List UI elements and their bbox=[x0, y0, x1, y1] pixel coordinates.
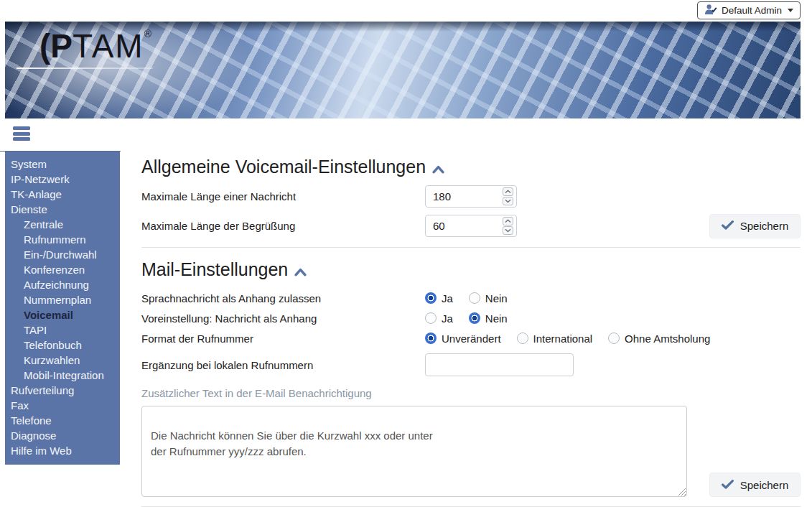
max-greeting-length-label: Maximale Länge der Begrüßung bbox=[141, 220, 425, 232]
radio-icon bbox=[425, 332, 437, 344]
logo-underline bbox=[17, 68, 153, 69]
radio-international[interactable]: International bbox=[517, 332, 593, 345]
sidebar-nav: System IP-Netzwerk TK-Anlage Dienste Zen… bbox=[5, 152, 120, 465]
max-message-length-stepper bbox=[425, 185, 517, 208]
spin-up-icon[interactable] bbox=[503, 187, 513, 196]
hamburger-icon[interactable] bbox=[13, 126, 30, 143]
save-general-button[interactable]: Speichern bbox=[709, 214, 801, 238]
spin-down-icon[interactable] bbox=[503, 226, 513, 235]
menu-toggle-row bbox=[0, 118, 812, 152]
chevron-up-icon[interactable] bbox=[432, 157, 444, 178]
mail-section-title: Mail-Einstellungen bbox=[141, 258, 801, 281]
sidebar-item-hilfe-im-web[interactable]: Hilfe im Web bbox=[5, 443, 120, 458]
sidebar-item-dienste[interactable]: Dienste bbox=[5, 202, 120, 217]
local-number-row: Ergänzung bei lokalen Rufnummern bbox=[141, 353, 801, 376]
content-area: Allgemeine Voicemail-Einstellungen Maxim… bbox=[141, 152, 801, 507]
number-format-row: Format der Rufnummer Unverändert Interna… bbox=[141, 328, 801, 348]
radio-nein[interactable]: Nein bbox=[469, 292, 508, 304]
max-message-length-row: Maximale Länge einer Nachricht bbox=[141, 185, 801, 208]
radio-icon bbox=[425, 312, 437, 324]
sidebar-item-tapi[interactable]: TAPI bbox=[5, 322, 120, 338]
radio-ja[interactable]: Ja bbox=[425, 312, 453, 325]
sidebar-item-telefone[interactable]: Telefone bbox=[5, 413, 120, 428]
sidebar-item-ip-netzwerk[interactable]: IP-Netzwerk bbox=[5, 172, 120, 187]
max-greeting-length-row: Maximale Länge der Begrüßung Speichern bbox=[141, 215, 801, 237]
check-icon bbox=[722, 479, 734, 491]
radio-icon bbox=[608, 332, 620, 344]
extra-text-label: Zusätzlicher Text in der E-Mail Benachri… bbox=[141, 387, 801, 399]
attachment-allow-row: Sprachnachricht als Anhang zulassen Ja N… bbox=[141, 288, 801, 308]
chevron-up-icon[interactable] bbox=[294, 260, 307, 281]
sidebar-item-konferenzen[interactable]: Konferenzen bbox=[5, 262, 120, 277]
sidebar-item-diagnose[interactable]: Diagnose bbox=[5, 428, 120, 443]
extra-text-textarea[interactable]: Die Nachricht können Sie über die Kurzwa… bbox=[141, 406, 687, 497]
sidebar-item-fax[interactable]: Fax bbox=[5, 398, 120, 413]
sidebar-item-rufnummern[interactable]: Rufnummern bbox=[5, 232, 120, 247]
sidebar-item-rufverteilung[interactable]: Rufverteilung bbox=[5, 383, 120, 398]
radio-icon bbox=[469, 292, 480, 304]
max-message-length-label: Maximale Länge einer Nachricht bbox=[141, 190, 425, 203]
radio-ja[interactable]: Ja bbox=[425, 292, 453, 304]
user-check-icon bbox=[704, 4, 717, 17]
radio-ohne-amtsholung[interactable]: Ohne Amtsholung bbox=[608, 332, 710, 345]
sidebar-item-tk-anlage[interactable]: TK-Anlage bbox=[5, 187, 120, 202]
max-greeting-length-stepper bbox=[425, 215, 517, 237]
general-section-title: Allgemeine Voicemail-Einstellungen bbox=[141, 155, 801, 178]
sidebar-item-aufzeichnung[interactable]: Aufzeichnung bbox=[5, 277, 120, 292]
chevron-down-icon bbox=[788, 9, 793, 12]
user-menu-label: Default Admin bbox=[722, 5, 782, 16]
local-number-input[interactable] bbox=[425, 353, 574, 376]
sidebar-item-voicemail[interactable]: Voicemail bbox=[5, 307, 120, 322]
radio-unveraendert[interactable]: Unverändert bbox=[425, 332, 501, 345]
sidebar-item-telefonbuch[interactable]: Telefonbuch bbox=[5, 338, 120, 353]
sidebar-item-kurzwahlen[interactable]: Kurzwahlen bbox=[5, 353, 120, 368]
spin-down-icon[interactable] bbox=[503, 197, 513, 205]
sidebar-top-divider bbox=[0, 151, 121, 152]
check-icon bbox=[722, 220, 734, 232]
sidebar-item-ein-durchwahl[interactable]: Ein-/Durchwahl bbox=[5, 247, 120, 262]
radio-icon bbox=[517, 332, 528, 344]
extra-text-row: Die Nachricht können Sie über die Kurzwa… bbox=[141, 406, 801, 497]
logo-rest: TAM bbox=[73, 27, 144, 65]
iptam-logo: (PTAM® bbox=[39, 29, 151, 62]
save-mail-button[interactable]: Speichern bbox=[709, 473, 801, 497]
logo-prefix: (P bbox=[39, 27, 73, 65]
main-layout: System IP-Netzwerk TK-Anlage Dienste Zen… bbox=[0, 152, 812, 507]
registered-mark: ® bbox=[144, 28, 151, 39]
sidebar-item-zentrale[interactable]: Zentrale bbox=[5, 217, 120, 232]
local-number-label: Ergänzung bei lokalen Rufnummern bbox=[141, 359, 425, 371]
radio-icon bbox=[469, 312, 480, 324]
section-divider bbox=[141, 247, 801, 248]
header-banner: (PTAM® bbox=[5, 22, 801, 118]
attachment-default-row: Voreinstellung: Nachricht als Anhang Ja … bbox=[141, 308, 801, 328]
radio-icon bbox=[425, 292, 437, 304]
attachment-allow-label: Sprachnachricht als Anhang zulassen bbox=[141, 292, 425, 304]
sidebar-item-mobil-integration[interactable]: Mobil-Integration bbox=[5, 368, 120, 383]
topbar: Default Admin bbox=[0, 0, 812, 20]
sidebar-item-system[interactable]: System bbox=[5, 157, 120, 172]
user-menu-button[interactable]: Default Admin bbox=[697, 1, 801, 19]
number-format-label: Format der Rufnummer bbox=[141, 332, 425, 345]
spin-up-icon[interactable] bbox=[503, 217, 513, 225]
attachment-default-label: Voreinstellung: Nachricht als Anhang bbox=[141, 312, 425, 325]
sidebar-item-nummernplan[interactable]: Nummernplan bbox=[5, 292, 120, 307]
radio-nein[interactable]: Nein bbox=[469, 312, 508, 325]
